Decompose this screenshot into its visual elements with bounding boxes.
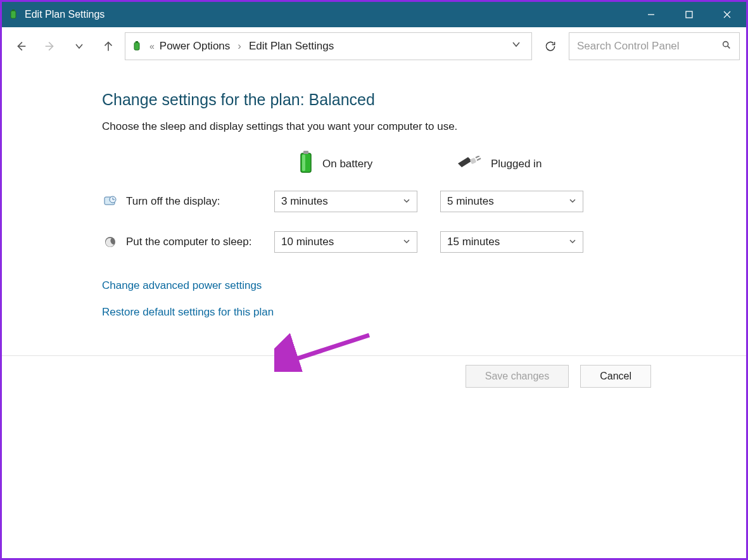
monitor-icon xyxy=(103,194,117,208)
breadcrumb-current[interactable]: Edit Plan Settings xyxy=(249,40,334,53)
breadcrumb-parent[interactable]: Power Options xyxy=(160,40,231,53)
app-icon xyxy=(8,9,20,20)
recent-locations-button[interactable] xyxy=(67,34,92,59)
save-changes-button[interactable]: Save changes xyxy=(466,365,569,388)
page-subtext: Choose the sleep and display settings th… xyxy=(102,120,746,133)
svg-rect-1 xyxy=(12,10,15,11)
refresh-button[interactable] xyxy=(536,32,565,60)
search-icon[interactable] xyxy=(721,40,732,52)
svg-rect-16 xyxy=(470,158,477,165)
sleep-icon xyxy=(103,235,117,249)
page-heading: Change settings for the plan: Balanced xyxy=(102,91,746,109)
footer-bar: Save changes Cancel xyxy=(2,355,746,558)
svg-rect-14 xyxy=(303,151,308,154)
sleep-timeout-label: Put the computer to sleep: xyxy=(126,236,265,248)
titlebar: Edit Plan Settings xyxy=(2,2,746,27)
breadcrumb-overflow-icon[interactable]: « xyxy=(149,41,155,51)
svg-line-12 xyxy=(728,46,730,49)
svg-rect-10 xyxy=(136,41,138,42)
svg-line-17 xyxy=(476,156,479,158)
address-bar[interactable]: « Power Options › Edit Plan Settings xyxy=(125,32,532,60)
display-plugged-select[interactable]: 5 minutes xyxy=(440,191,583,212)
content-area: Change settings for the plan: Balanced C… xyxy=(2,65,746,355)
advanced-power-settings-link[interactable]: Change advanced power settings xyxy=(102,279,746,292)
svg-rect-15 xyxy=(302,155,305,171)
display-timeout-label: Turn off the display: xyxy=(126,195,265,208)
sleep-battery-select[interactable]: 10 minutes xyxy=(274,231,417,253)
display-battery-select[interactable]: 3 minutes xyxy=(274,191,417,212)
display-battery-value: 3 minutes xyxy=(281,195,328,208)
svg-line-18 xyxy=(477,158,481,160)
cancel-button[interactable]: Cancel xyxy=(580,365,651,388)
chevron-down-icon xyxy=(569,195,576,208)
window-title: Edit Plan Settings xyxy=(25,9,105,20)
maximize-button[interactable] xyxy=(670,2,708,27)
up-button[interactable] xyxy=(96,34,121,59)
svg-rect-9 xyxy=(134,42,139,50)
plug-icon xyxy=(457,156,482,172)
on-battery-label: On battery xyxy=(322,158,372,170)
sleep-battery-value: 10 minutes xyxy=(281,236,334,248)
close-button[interactable] xyxy=(708,2,746,27)
search-box[interactable] xyxy=(569,32,740,60)
display-plugged-value: 5 minutes xyxy=(447,195,494,208)
address-history-button[interactable] xyxy=(506,39,526,53)
sleep-timeout-row: Put the computer to sleep: 10 minutes 15… xyxy=(102,231,746,253)
svg-rect-0 xyxy=(11,11,16,18)
chevron-down-icon xyxy=(403,236,410,248)
back-button[interactable] xyxy=(8,34,34,59)
restore-defaults-link[interactable]: Restore default settings for this plan xyxy=(102,306,746,319)
chevron-down-icon xyxy=(403,195,410,208)
on-battery-header: On battery xyxy=(298,151,457,177)
svg-rect-3 xyxy=(686,11,692,18)
sleep-plugged-select[interactable]: 15 minutes xyxy=(440,231,583,253)
search-input[interactable] xyxy=(577,40,716,53)
sleep-plugged-value: 15 minutes xyxy=(447,236,500,248)
chevron-down-icon xyxy=(569,236,576,248)
battery-icon xyxy=(298,151,314,177)
forward-button[interactable] xyxy=(37,34,63,59)
minimize-button[interactable] xyxy=(632,2,670,27)
plugged-in-header: Plugged in xyxy=(457,156,615,172)
power-options-icon xyxy=(130,39,144,53)
display-timeout-row: Turn off the display: 3 minutes 5 minute… xyxy=(102,191,746,212)
svg-point-11 xyxy=(723,42,728,47)
navigation-bar: « Power Options › Edit Plan Settings xyxy=(2,27,746,65)
plugged-in-label: Plugged in xyxy=(491,158,542,170)
breadcrumb-sep-icon: › xyxy=(235,40,244,53)
